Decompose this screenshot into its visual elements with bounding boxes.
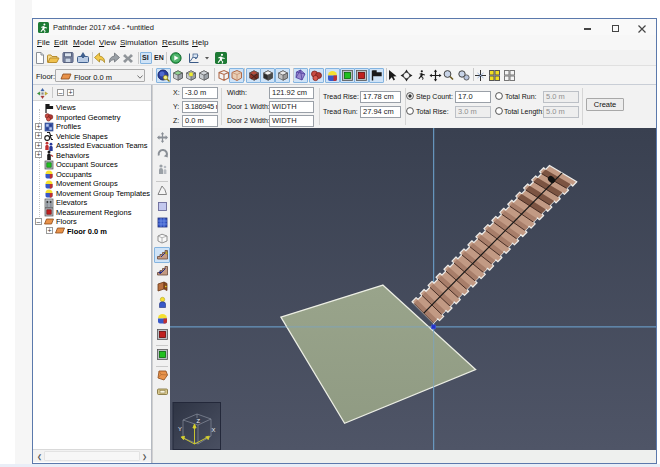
svg-text:Z: Z: [197, 418, 201, 424]
svg-text:Y: Y: [178, 426, 182, 432]
svg-text:X: X: [212, 427, 216, 433]
